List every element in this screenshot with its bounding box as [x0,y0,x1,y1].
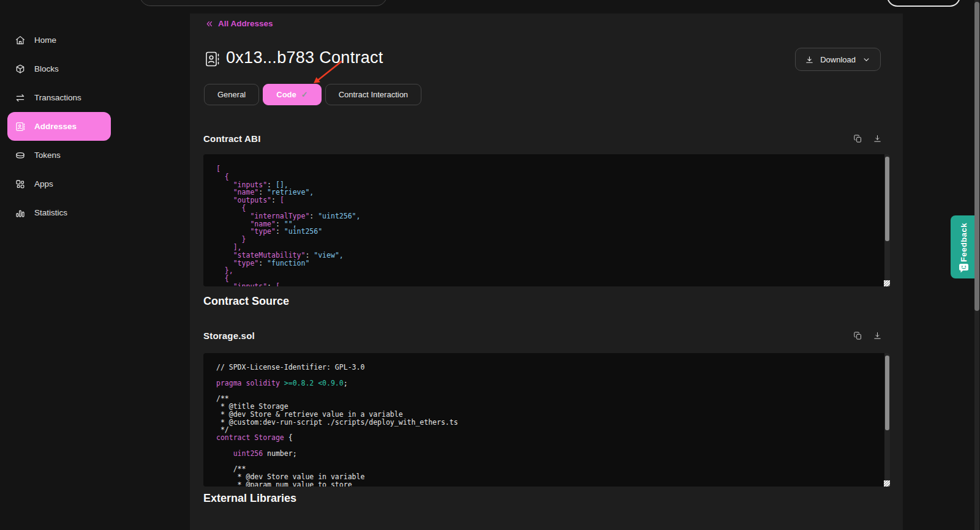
download-icon [873,134,882,143]
code-line: [ [216,165,890,173]
download-abi-button[interactable] [873,134,882,143]
code-line: "outputs": [ [216,196,890,204]
checkmark-icon: ✓ [301,90,308,99]
contract-source-heading: Contract Source [203,295,289,308]
storage-sol-header: Storage.sol [203,329,882,342]
feedback-tab[interactable]: Feedback [951,215,976,278]
storage-sol-title: Storage.sol [203,330,255,341]
code-line: "internalType": "uint256", [216,212,890,220]
sidebar-item-home[interactable]: Home [7,26,111,54]
code-line: "stateMutability": "view", [216,252,890,259]
contract-abi-header: Contract ABI [203,132,882,144]
code-line: contract Storage { [216,434,890,442]
code-line: } [216,236,890,244]
sidebar-item-apps[interactable]: Apps [7,170,111,198]
code-scrollbar[interactable] [884,154,890,286]
code-scrollbar-thumb[interactable] [885,356,889,430]
cube-icon [15,64,26,75]
feedback-chat-icon [959,263,969,273]
external-libraries-heading: External Libraries [203,492,296,505]
code-line: // SPDX-License-Identifier: GPL-3.0 [216,364,890,371]
contact-card-icon [15,121,26,132]
copy-source-button[interactable] [853,331,862,340]
page-scrollbar[interactable] [974,0,979,530]
sidebar-item-label: Blocks [34,64,59,73]
tab-code[interactable]: Code ✓ [263,84,321,105]
copy-icon [853,134,862,143]
download-icon [805,55,814,64]
page-scrollbar-thumb[interactable] [974,2,979,311]
code-line: { [216,275,890,283]
tab-contract-interaction[interactable]: Contract Interaction [325,84,421,105]
apps-grid-icon [15,179,26,190]
code-line [216,458,890,466]
download-button-label: Download [820,55,856,64]
resize-grip[interactable] [884,280,890,286]
sidebar-item-label: Apps [34,179,53,188]
code-line: /** [216,395,890,403]
coin-icon [15,150,26,161]
sidebar: Home Blocks Transactions Addresses Token… [0,0,189,530]
contract-abi-title: Contract ABI [203,133,261,144]
sidebar-item-label: Transactions [34,93,81,102]
copy-abi-button[interactable] [853,134,862,143]
sidebar-item-label: Tokens [34,151,61,160]
code-line: uint256 number; [216,450,890,458]
back-to-all-addresses-link[interactable]: All Addresses [205,19,273,28]
swap-arrows-icon [15,92,26,103]
code-line: }, [216,267,890,275]
copy-icon [853,331,862,340]
contract-card-icon [205,50,220,71]
app-root: Home Blocks Transactions Addresses Token… [0,0,980,530]
code-line: { [216,173,890,181]
content-panel: All Addresses 0x13...b783 Contract Downl… [190,13,903,530]
page-title: 0x13...b783 Contract [226,48,383,67]
code-line: */ [216,426,890,434]
source-code: // SPDX-License-Identifier: GPL-3.0 prag… [203,353,890,487]
code-line: "name": "retrieve", [216,188,890,196]
sidebar-item-addresses[interactable]: Addresses [7,112,111,141]
code-line: * @param num value to store [216,481,890,487]
code-scrollbar-thumb[interactable] [885,157,889,241]
code-line: "inputs": [ [216,283,890,286]
sidebar-item-label: Home [34,35,56,45]
sidebar-item-label: Addresses [34,122,77,131]
download-source-button[interactable] [873,331,882,340]
sidebar-item-tokens[interactable]: Tokens [7,141,111,170]
code-line: * @custom:dev-run-script ./scripts/deplo… [216,419,890,427]
download-icon [873,331,882,340]
storage-sol-code-block[interactable]: // SPDX-License-Identifier: GPL-3.0 prag… [203,353,890,487]
topbar-button-partial[interactable] [887,0,960,7]
code-line: "type": "uint256" [216,228,890,236]
tab-label: General [217,90,246,99]
sidebar-item-statistics[interactable]: Statistics [7,198,111,227]
chevron-down-icon [862,55,871,64]
code-line: "type": "function" [216,259,890,267]
bar-chart-icon [15,207,26,218]
resize-grip[interactable] [884,480,890,487]
code-line [216,387,890,395]
home-icon [15,35,26,46]
code-line: pragma solidity >=0.8.2 <0.9.0; [216,379,890,387]
tab-general[interactable]: General [204,84,259,105]
tab-bar: General Code ✓ Contract Interaction [204,84,421,105]
contract-abi-code-block[interactable]: [ { "inputs": [], "name": "retrieve", "o… [203,154,890,286]
sidebar-item-blocks[interactable]: Blocks [7,54,111,83]
code-line: "inputs": [], [216,181,890,189]
abi-code: [ { "inputs": [], "name": "retrieve", "o… [203,154,890,286]
back-link-label: All Addresses [218,19,273,28]
double-chevron-left-icon [205,20,214,28]
tab-label: Code [276,90,296,99]
feedback-label: Feedback [959,223,968,262]
tab-label: Contract Interaction [339,90,408,99]
download-button[interactable]: Download [795,48,881,71]
code-scrollbar[interactable] [884,353,890,487]
code-line [216,442,890,450]
sidebar-item-transactions[interactable]: Transactions [7,83,111,112]
sidebar-item-label: Statistics [34,208,67,217]
